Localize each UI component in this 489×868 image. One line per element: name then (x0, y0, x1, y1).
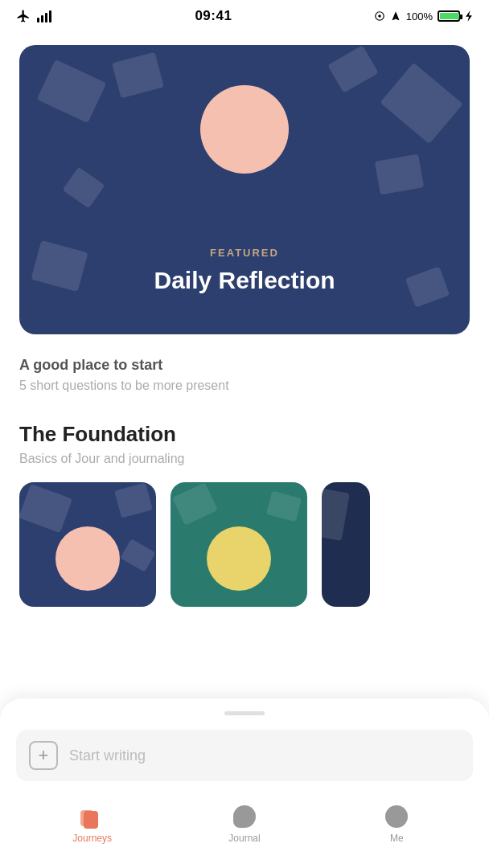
tab-me[interactable]: Me (364, 804, 429, 844)
status-bar: 09:41 100% (0, 0, 489, 32)
featured-title: Daily Reflection (154, 267, 335, 294)
tab-journeys[interactable]: Journeys (60, 804, 125, 844)
foundation-title: The Foundation (19, 422, 470, 447)
featured-label: FEATURED (210, 247, 279, 259)
write-input-row[interactable]: + Start writing (16, 730, 473, 781)
navigate-icon (390, 10, 401, 22)
bottom-drawer: + Start writing Journeys Journal (0, 698, 489, 868)
journeys-icon (80, 804, 105, 829)
airplane-icon (16, 9, 31, 23)
svg-rect-1 (41, 15, 43, 23)
tab-bar: Journeys Journal Me (16, 796, 473, 868)
cards-row (19, 482, 470, 607)
main-content: FEATURED Daily Reflection A good place t… (0, 32, 489, 607)
status-time: 09:41 (195, 8, 232, 24)
battery-icon (438, 10, 460, 22)
journey-card-2[interactable] (171, 482, 307, 607)
status-left (16, 9, 53, 23)
status-right: 100% (374, 10, 473, 23)
drawer-handle (224, 711, 265, 715)
desc-subtitle: 5 short questions to be more present (19, 379, 470, 393)
svg-rect-3 (49, 10, 51, 23)
location-icon (374, 10, 385, 22)
signal-icon (37, 10, 53, 23)
journey-card-3[interactable] (322, 482, 370, 607)
charging-icon (465, 10, 473, 22)
card1-circle (55, 526, 120, 591)
tab-journal[interactable]: Journal (212, 804, 277, 844)
featured-card[interactable]: FEATURED Daily Reflection (19, 45, 470, 334)
desc-title: A good place to start (19, 357, 470, 374)
battery-percent: 100% (406, 10, 433, 23)
foundation-subtitle: Basics of Jour and journaling (19, 452, 470, 466)
svg-point-4 (378, 14, 381, 18)
write-placeholder: Start writing (69, 747, 146, 764)
featured-circle (200, 85, 289, 174)
svg-rect-0 (37, 18, 39, 23)
tab-me-label: Me (390, 833, 404, 844)
foundation-section: The Foundation Basics of Jour and journa… (19, 393, 470, 607)
tab-journal-label: Journal (228, 833, 260, 844)
card2-circle (207, 526, 271, 591)
add-entry-button[interactable]: + (29, 741, 58, 770)
journey-card-1[interactable] (19, 482, 156, 607)
tab-journeys-label: Journeys (72, 833, 112, 844)
journal-icon (232, 804, 257, 829)
section-description: A good place to start 5 short questions … (19, 334, 470, 393)
me-icon (384, 804, 409, 829)
svg-rect-2 (45, 13, 47, 23)
